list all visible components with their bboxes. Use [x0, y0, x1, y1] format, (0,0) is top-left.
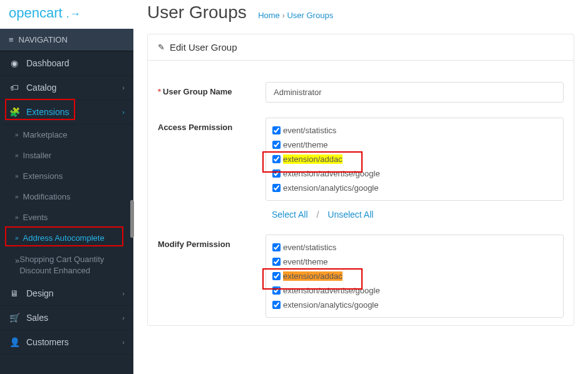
perm-item[interactable]: extension/analytics/google — [272, 181, 557, 195]
sidebar-item-label: Catalog — [26, 83, 56, 93]
perm-checkbox[interactable] — [272, 286, 281, 295]
desktop-icon: 🖥 — [9, 288, 20, 298]
chevron-double-icon: » — [15, 131, 19, 138]
sidebar-sub-address-autocomplete[interactable]: » Address Autocomplete — [0, 228, 133, 248]
perm-item[interactable]: event/statistics — [272, 123, 557, 138]
nav-header-label: NAVIGATION — [19, 35, 68, 44]
menu-icon: ≡ — [9, 35, 14, 44]
sidebar-item-label: Modifications — [23, 192, 71, 201]
chevron-double-icon: » — [15, 193, 19, 200]
logo-cart: cart — [39, 5, 63, 21]
dashboard-icon: ◉ — [9, 58, 20, 68]
edit-panel: ✎ Edit User Group *User Group Name Acces… — [147, 34, 574, 326]
panel-title: Edit User Group — [170, 42, 237, 53]
panel-heading: ✎ Edit User Group — [148, 34, 574, 61]
cart-icon: 🛒 — [9, 313, 20, 323]
perm-checkbox[interactable] — [272, 126, 281, 134]
sidebar-item-label: Extensions — [26, 107, 69, 117]
breadcrumb: Home › User Groups — [258, 11, 333, 20]
perm-checkbox[interactable] — [272, 258, 281, 266]
chevron-double-icon: » — [15, 255, 19, 266]
breadcrumb-home[interactable]: Home — [258, 11, 280, 20]
sidebar-item-label: Marketplace — [23, 130, 68, 139]
perm-label: extension/addac — [283, 154, 343, 164]
perm-item[interactable]: extension/addac — [272, 269, 557, 283]
perm-item[interactable]: event/statistics — [272, 240, 557, 255]
perm-item[interactable]: extension/advertise/google — [272, 283, 557, 298]
sidebar-item-label: Design — [26, 288, 54, 298]
sidebar-item-dashboard[interactable]: ◉ Dashboard — [0, 51, 133, 76]
nav-header: ≡ NAVIGATION — [0, 29, 133, 51]
chevron-right-icon: › — [122, 108, 125, 116]
perm-checkbox[interactable] — [272, 243, 281, 251]
select-links: Select All / Unselect All — [266, 210, 564, 220]
select-all-link[interactable]: Select All — [272, 210, 308, 220]
sidebar-sub-installer[interactable]: » Installer — [0, 145, 133, 166]
sidebar-item-customers[interactable]: 👤 Customers › — [0, 330, 133, 355]
sidebar-item-label: Dashboard — [26, 58, 70, 68]
perm-label: extension/advertise/google — [283, 169, 380, 178]
perm-checkbox[interactable] — [272, 301, 281, 309]
sidebar-item-label: Sales — [26, 313, 48, 323]
unselect-all-link[interactable]: Unselect All — [328, 210, 373, 220]
tag-icon: 🏷 — [9, 83, 20, 93]
breadcrumb-current[interactable]: User Groups — [287, 11, 333, 20]
perm-checkbox[interactable] — [272, 141, 281, 149]
perm-label: extension/analytics/google — [283, 300, 379, 310]
user-icon: 👤 — [9, 337, 20, 347]
modify-permission-label: Modify Permission — [158, 235, 266, 249]
perm-item[interactable]: extension/analytics/google — [272, 298, 557, 312]
perm-item[interactable]: event/theme — [272, 138, 557, 152]
scrollbar-thumb[interactable] — [130, 200, 134, 238]
sidebar-item-sales[interactable]: 🛒 Sales › — [0, 306, 133, 330]
chevron-right-icon: › — [122, 84, 125, 91]
user-group-name-input[interactable] — [266, 82, 564, 103]
chevron-double-icon: » — [15, 173, 19, 179]
perm-checkbox[interactable] — [272, 155, 281, 163]
chevron-right-icon: › — [122, 290, 125, 297]
perm-item[interactable]: event/theme — [272, 255, 557, 269]
separator: / — [316, 210, 319, 220]
sidebar-item-extensions[interactable]: 🧩 Extensions › — [0, 100, 133, 124]
perm-label: event/statistics — [283, 126, 336, 135]
chevron-double-icon: » — [15, 235, 19, 241]
perm-label: extension/addac — [283, 271, 343, 281]
sidebar-item-catalog[interactable]: 🏷 Catalog › — [0, 76, 133, 100]
sidebar-sub-events[interactable]: » Events — [0, 207, 133, 228]
required-mark: * — [158, 87, 161, 96]
sidebar-sub-shopping-cart[interactable]: » Shopping Cart Quantity Discount Enhanc… — [0, 248, 133, 281]
sidebar-sub-modifications[interactable]: » Modifications — [0, 186, 133, 207]
sidebar-sub-marketplace[interactable]: » Marketplace — [0, 124, 133, 145]
sidebar-item-label: Events — [23, 213, 48, 222]
perm-label: event/theme — [283, 140, 328, 149]
sidebar-item-label: Extensions — [23, 171, 63, 181]
sidebar-item-label: Address Autocomplete — [23, 233, 105, 243]
perm-item[interactable]: extension/advertise/google — [272, 166, 557, 181]
pencil-icon: ✎ — [158, 43, 165, 52]
puzzle-icon: 🧩 — [9, 107, 20, 117]
sidebar-item-label: Installer — [23, 151, 52, 160]
user-group-name-label: *User Group Name — [158, 82, 266, 96]
perm-checkbox[interactable] — [272, 272, 281, 280]
perm-label: extension/analytics/google — [283, 183, 379, 193]
perm-checkbox[interactable] — [272, 169, 281, 178]
perm-label: event/theme — [283, 257, 328, 266]
perm-item[interactable]: extension/addac — [272, 152, 557, 166]
chevron-double-icon: » — [15, 214, 19, 221]
sidebar-item-design[interactable]: 🖥 Design › — [0, 281, 133, 306]
sidebar-item-label: Customers — [26, 337, 69, 347]
perm-label: event/statistics — [283, 243, 336, 252]
chevron-right-icon: › — [122, 338, 125, 346]
sidebar-sub-extensions[interactable]: » Extensions — [0, 166, 133, 186]
logo: opencart .→ — [0, 0, 133, 29]
sidebar-item-label: Shopping Cart Quantity Discount Enhanced — [19, 254, 125, 276]
perm-checkbox[interactable] — [272, 184, 281, 192]
chevron-double-icon: » — [15, 152, 19, 159]
access-permission-label: Access Permission — [158, 118, 266, 132]
logo-open: open — [9, 5, 39, 21]
chevron-right-icon: › — [122, 314, 125, 321]
page-title: User Groups — [147, 3, 247, 23]
perm-label: extension/advertise/google — [283, 286, 380, 295]
